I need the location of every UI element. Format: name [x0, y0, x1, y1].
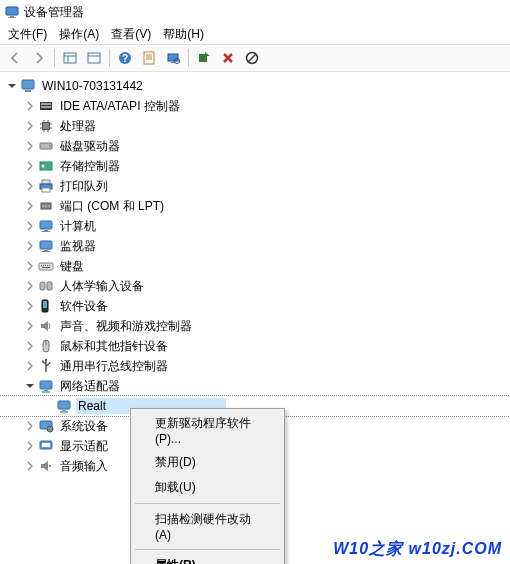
svg-rect-0 — [6, 7, 18, 15]
device-icon — [38, 198, 54, 214]
tree-node[interactable]: 存储控制器 — [0, 156, 510, 176]
chevron-right-icon[interactable] — [24, 300, 36, 312]
device-icon — [38, 178, 54, 194]
node-label: 计算机 — [58, 217, 98, 236]
chevron-right-icon[interactable] — [24, 340, 36, 352]
context-menu: 更新驱动程序软件(P)... 禁用(D) 卸载(U) 扫描检测硬件改动(A) 属… — [130, 408, 285, 564]
tree-node[interactable]: 键盘 — [0, 256, 510, 276]
node-label: 网络适配器 — [58, 377, 122, 396]
chevron-right-icon[interactable] — [24, 200, 36, 212]
menu-view[interactable]: 查看(V) — [105, 24, 157, 45]
node-label: 通用串行总线控制器 — [58, 357, 170, 376]
chevron-right-icon[interactable] — [24, 120, 36, 132]
forward-button[interactable] — [28, 47, 50, 69]
svg-rect-23 — [41, 103, 51, 105]
chevron-right-icon[interactable] — [24, 240, 36, 252]
device-icon — [38, 298, 54, 314]
svg-point-67 — [49, 362, 51, 364]
device-icon — [38, 338, 54, 354]
chevron-right-icon[interactable] — [24, 420, 36, 432]
chevron-right-icon[interactable] — [24, 260, 36, 272]
tree-root[interactable]: WIN10-703131442 — [0, 76, 510, 96]
properties-button[interactable] — [138, 47, 160, 69]
chevron-right-icon[interactable] — [24, 180, 36, 192]
svg-rect-53 — [41, 265, 42, 266]
device-icon — [38, 98, 54, 114]
title-bar: 设备管理器 — [0, 0, 510, 24]
menu-help[interactable]: 帮助(H) — [157, 24, 210, 45]
svg-rect-46 — [40, 221, 52, 229]
view2-button[interactable] — [83, 47, 105, 69]
update-driver-button[interactable] — [193, 47, 215, 69]
svg-rect-14 — [168, 54, 178, 61]
tree-node[interactable]: 监视器 — [0, 236, 510, 256]
menu-file[interactable]: 文件(F) — [2, 24, 53, 45]
svg-rect-2 — [8, 17, 16, 18]
chevron-right-icon[interactable] — [24, 440, 36, 452]
view-button[interactable] — [59, 47, 81, 69]
node-label: 音频输入 — [58, 457, 110, 476]
svg-rect-77 — [42, 443, 50, 447]
tree-node[interactable]: 打印队列 — [0, 176, 510, 196]
chevron-right-icon[interactable] — [24, 460, 36, 472]
chevron-right-icon[interactable] — [24, 360, 36, 372]
node-label: 鼠标和其他指针设备 — [58, 337, 170, 356]
device-icon — [38, 118, 54, 134]
svg-point-36 — [49, 145, 51, 147]
ctx-update-driver[interactable]: 更新驱动程序软件(P)... — [133, 411, 282, 450]
svg-rect-51 — [42, 251, 50, 252]
chevron-right-icon[interactable] — [24, 220, 36, 232]
ctx-separator — [135, 503, 280, 504]
tree-node[interactable]: 处理器 — [0, 116, 510, 136]
svg-rect-52 — [39, 263, 53, 270]
chevron-right-icon[interactable] — [24, 100, 36, 112]
chevron-down-icon[interactable] — [6, 80, 18, 92]
uninstall-button[interactable] — [217, 47, 239, 69]
chevron-right-icon[interactable] — [24, 280, 36, 292]
svg-rect-39 — [42, 180, 50, 184]
toolbar-separator — [109, 49, 110, 67]
menu-action[interactable]: 操作(A) — [53, 24, 105, 45]
node-label: 系统设备 — [58, 417, 110, 436]
svg-rect-49 — [40, 241, 52, 249]
ctx-separator — [135, 549, 280, 550]
device-icon — [38, 358, 54, 374]
toolbar-separator — [188, 49, 189, 67]
back-button[interactable] — [4, 47, 26, 69]
tree-node[interactable]: 人体学输入设备 — [0, 276, 510, 296]
svg-rect-62 — [43, 301, 47, 308]
device-icon — [38, 278, 54, 294]
node-label: 显示适配 — [58, 437, 110, 456]
help-button[interactable]: ? — [114, 47, 136, 69]
menu-bar: 文件(F) 操作(A) 查看(V) 帮助(H) — [0, 24, 510, 44]
scan-button[interactable] — [162, 47, 184, 69]
chevron-down-icon[interactable] — [24, 380, 36, 392]
svg-rect-26 — [43, 123, 49, 129]
ctx-properties[interactable]: 属性(R) — [133, 553, 282, 564]
ctx-scan-hardware[interactable]: 扫描检测硬件改动(A) — [133, 507, 282, 546]
tree-node[interactable]: 软件设备 — [0, 296, 510, 316]
ctx-uninstall[interactable]: 卸载(U) — [133, 475, 282, 500]
computer-icon — [20, 78, 36, 94]
node-label: 处理器 — [58, 117, 98, 136]
tree-node[interactable]: 计算机 — [0, 216, 510, 236]
ctx-disable[interactable]: 禁用(D) — [133, 450, 282, 475]
tree-node[interactable]: 通用串行总线控制器 — [0, 356, 510, 376]
app-icon — [4, 4, 20, 20]
tree-node[interactable]: 鼠标和其他指针设备 — [0, 336, 510, 356]
tree-node[interactable]: 磁盘驱动器 — [0, 136, 510, 156]
chevron-right-icon[interactable] — [24, 140, 36, 152]
device-icon — [38, 378, 54, 394]
chevron-right-icon[interactable] — [24, 160, 36, 172]
node-label: 磁盘驱动器 — [58, 137, 122, 156]
tree-node[interactable]: 网络适配器 — [0, 376, 510, 396]
disable-button[interactable] — [241, 47, 263, 69]
svg-rect-55 — [45, 265, 46, 266]
chevron-right-icon[interactable] — [24, 320, 36, 332]
tree-node[interactable]: 端口 (COM 和 LPT) — [0, 196, 510, 216]
tree-node[interactable]: IDE ATA/ATAPI 控制器 — [0, 96, 510, 116]
svg-point-75 — [47, 426, 53, 432]
device-icon — [38, 258, 54, 274]
tree-node[interactable]: 声音、视频和游戏控制器 — [0, 316, 510, 336]
node-label: 存储控制器 — [58, 157, 122, 176]
